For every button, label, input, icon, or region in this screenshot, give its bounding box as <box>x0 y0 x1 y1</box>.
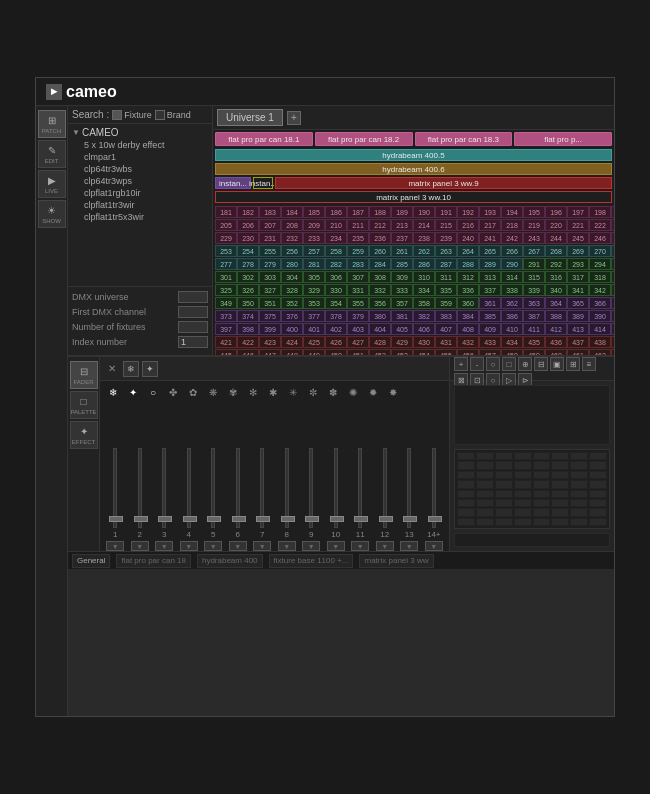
dmx-cell[interactable]: 263 <box>435 245 457 257</box>
grid-cell[interactable] <box>457 461 475 469</box>
dmx-cell[interactable]: 205 <box>215 219 237 231</box>
dmx-cell[interactable]: 439 <box>611 336 614 348</box>
dmx-cell[interactable]: 436 <box>545 336 567 348</box>
fader-sub-button[interactable]: ▼ <box>155 541 173 551</box>
dmx-cell[interactable]: 244 <box>545 232 567 244</box>
dmx-cell[interactable]: 259 <box>347 245 369 257</box>
grid-cell[interactable] <box>533 480 551 488</box>
dmx-cell[interactable]: 438 <box>589 336 611 348</box>
dmx-cell[interactable]: 239 <box>435 232 457 244</box>
dmx-cell[interactable]: 184 <box>281 206 303 218</box>
dmx-cell[interactable]: 269 <box>567 245 589 257</box>
matrix-bar-1[interactable]: matrix panel 3 ww.9 <box>275 177 612 189</box>
dmx-cell[interactable]: 198 <box>589 206 611 218</box>
grid-cell[interactable] <box>533 499 551 507</box>
dmx-cell[interactable]: 317 <box>567 271 589 283</box>
grid-cell[interactable] <box>514 461 532 469</box>
rt-zoom-in[interactable]: + <box>454 357 468 371</box>
grid-cell[interactable] <box>570 499 588 507</box>
dmx-cell[interactable]: 406 <box>413 323 435 335</box>
dmx-cell[interactable]: 284 <box>369 258 391 270</box>
fader-sub-button[interactable]: ▼ <box>204 541 222 551</box>
grid-cell[interactable] <box>495 490 513 498</box>
dmx-cell[interactable]: 265 <box>479 245 501 257</box>
fader-icon-1[interactable]: ✦ <box>124 383 142 401</box>
fader-icon-7[interactable]: ✻ <box>244 383 262 401</box>
dmx-cell[interactable]: 462 <box>589 349 611 355</box>
fader-thumb[interactable] <box>109 516 123 522</box>
grid-cell[interactable] <box>570 471 588 479</box>
dmx-cell[interactable]: 294 <box>589 258 611 270</box>
dmx-cell[interactable]: 349 <box>215 297 237 309</box>
fader-track[interactable] <box>334 448 338 528</box>
dmx-cell[interactable]: 425 <box>303 336 325 348</box>
dmx-cell[interactable]: 278 <box>237 258 259 270</box>
status-fixture[interactable]: fixture base 1100 +... <box>269 554 354 568</box>
dmx-cell[interactable]: 449 <box>303 349 325 355</box>
dmx-cell[interactable]: 190 <box>413 206 435 218</box>
dmx-cell[interactable]: 304 <box>281 271 303 283</box>
dmx-cell[interactable]: 256 <box>281 245 303 257</box>
fader-track[interactable] <box>138 448 142 528</box>
fixture-bar-1[interactable]: flat pro par can 18.1 <box>215 132 313 146</box>
dmx-cell[interactable]: 452 <box>369 349 391 355</box>
dmx-cell[interactable]: 340 <box>545 284 567 296</box>
dmx-cell[interactable]: 356 <box>369 297 391 309</box>
dmx-cell[interactable]: 380 <box>369 310 391 322</box>
dmx-cell[interactable]: 460 <box>545 349 567 355</box>
dmx-cell[interactable]: 268 <box>545 245 567 257</box>
dmx-cell[interactable]: 238 <box>413 232 435 244</box>
grid-cell[interactable] <box>570 518 588 526</box>
grid-cell[interactable] <box>589 452 607 460</box>
dmx-cell[interactable]: 229 <box>215 232 237 244</box>
grid-cell[interactable] <box>514 490 532 498</box>
dmx-cell[interactable]: 270 <box>589 245 611 257</box>
fader-sub-button[interactable]: ▼ <box>180 541 198 551</box>
dmx-cell[interactable]: 242 <box>501 232 523 244</box>
grid-cell[interactable] <box>589 471 607 479</box>
dmx-cell[interactable]: 410 <box>501 323 523 335</box>
dmx-cell[interactable]: 381 <box>391 310 413 322</box>
fader-close-btn[interactable]: ✕ <box>104 363 120 374</box>
dmx-cell[interactable]: 429 <box>391 336 413 348</box>
dmx-cell[interactable]: 432 <box>457 336 479 348</box>
grid-cell[interactable] <box>476 499 494 507</box>
dmx-cell[interactable]: 309 <box>391 271 413 283</box>
dmx-cell[interactable]: 210 <box>325 219 347 231</box>
dmx-cell[interactable]: 376 <box>281 310 303 322</box>
fader-thumb[interactable] <box>134 516 148 522</box>
grid-cell[interactable] <box>495 471 513 479</box>
fixture-bar-2[interactable]: flat pro par can 18.2 <box>315 132 413 146</box>
dmx-cell[interactable]: 408 <box>457 323 479 335</box>
dmx-cell[interactable]: 402 <box>325 323 347 335</box>
dmx-cell[interactable]: 214 <box>413 219 435 231</box>
dmx-cell[interactable]: 292 <box>545 258 567 270</box>
dmx-cell[interactable]: 288 <box>457 258 479 270</box>
grid-cell[interactable] <box>570 461 588 469</box>
status-matrix[interactable]: matrix panel 3 ww <box>359 554 433 568</box>
grid-cell[interactable] <box>551 452 569 460</box>
dmx-cell[interactable]: 427 <box>347 336 369 348</box>
dmx-cell[interactable]: 337 <box>479 284 501 296</box>
dmx-cell[interactable]: 183 <box>259 206 281 218</box>
rt-grid1[interactable]: ▣ <box>550 357 564 371</box>
dmx-cell[interactable]: 277 <box>215 258 237 270</box>
grid-cell[interactable] <box>476 490 494 498</box>
fader-track[interactable] <box>211 448 215 528</box>
dmx-cell[interactable]: 271 <box>611 245 614 257</box>
dmx-cell[interactable]: 258 <box>325 245 347 257</box>
rt-plus[interactable]: ⊕ <box>518 357 532 371</box>
dmx-cell[interactable]: 350 <box>237 297 259 309</box>
dmx-cell[interactable]: 343 <box>611 284 614 296</box>
fader-track[interactable] <box>358 448 362 528</box>
dmx-cell[interactable]: 400 <box>281 323 303 335</box>
dmx-cell[interactable]: 279 <box>259 258 281 270</box>
tree-item-0[interactable]: 5 x 10w derby effect <box>72 139 208 151</box>
dmx-cell[interactable]: 327 <box>259 284 281 296</box>
first-dmx-input[interactable] <box>178 306 208 318</box>
dmx-cell[interactable]: 426 <box>325 336 347 348</box>
instan-bar-2[interactable]: instan... <box>253 177 273 189</box>
dmx-cell[interactable]: 352 <box>281 297 303 309</box>
grid-cell[interactable] <box>514 508 532 516</box>
dmx-cell[interactable]: 454 <box>413 349 435 355</box>
